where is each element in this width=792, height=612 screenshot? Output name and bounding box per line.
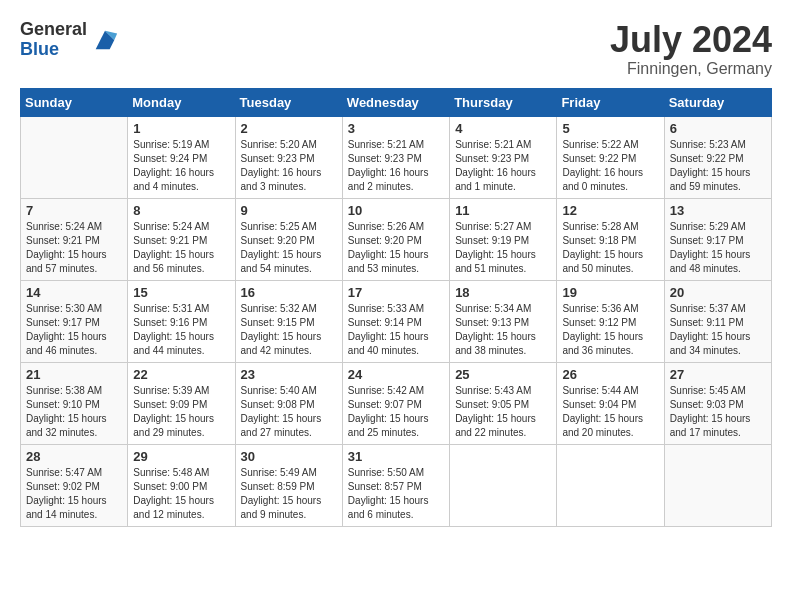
day-info: Sunrise: 5:27 AMSunset: 9:19 PMDaylight:…: [455, 220, 551, 276]
day-number: 15: [133, 285, 229, 300]
day-info: Sunrise: 5:28 AMSunset: 9:18 PMDaylight:…: [562, 220, 658, 276]
calendar-cell: 13Sunrise: 5:29 AMSunset: 9:17 PMDayligh…: [664, 198, 771, 280]
calendar-week-row: 28Sunrise: 5:47 AMSunset: 9:02 PMDayligh…: [21, 444, 772, 526]
day-info: Sunrise: 5:33 AMSunset: 9:14 PMDaylight:…: [348, 302, 444, 358]
calendar-cell: 30Sunrise: 5:49 AMSunset: 8:59 PMDayligh…: [235, 444, 342, 526]
day-info: Sunrise: 5:32 AMSunset: 9:15 PMDaylight:…: [241, 302, 337, 358]
logo: General Blue: [20, 20, 119, 60]
calendar-cell: 21Sunrise: 5:38 AMSunset: 9:10 PMDayligh…: [21, 362, 128, 444]
day-info: Sunrise: 5:22 AMSunset: 9:22 PMDaylight:…: [562, 138, 658, 194]
day-info: Sunrise: 5:21 AMSunset: 9:23 PMDaylight:…: [348, 138, 444, 194]
page-header: General Blue July 2024 Finningen, German…: [20, 20, 772, 78]
day-number: 20: [670, 285, 766, 300]
day-info: Sunrise: 5:50 AMSunset: 8:57 PMDaylight:…: [348, 466, 444, 522]
calendar-table: SundayMondayTuesdayWednesdayThursdayFrid…: [20, 88, 772, 527]
day-info: Sunrise: 5:25 AMSunset: 9:20 PMDaylight:…: [241, 220, 337, 276]
logo-general-text: General: [20, 20, 87, 40]
day-info: Sunrise: 5:38 AMSunset: 9:10 PMDaylight:…: [26, 384, 122, 440]
month-title: July 2024: [610, 20, 772, 60]
weekday-header-row: SundayMondayTuesdayWednesdayThursdayFrid…: [21, 88, 772, 116]
day-number: 9: [241, 203, 337, 218]
day-number: 14: [26, 285, 122, 300]
calendar-cell: 4Sunrise: 5:21 AMSunset: 9:23 PMDaylight…: [450, 116, 557, 198]
calendar-cell: 24Sunrise: 5:42 AMSunset: 9:07 PMDayligh…: [342, 362, 449, 444]
day-info: Sunrise: 5:43 AMSunset: 9:05 PMDaylight:…: [455, 384, 551, 440]
calendar-cell: 18Sunrise: 5:34 AMSunset: 9:13 PMDayligh…: [450, 280, 557, 362]
day-number: 6: [670, 121, 766, 136]
calendar-cell: 26Sunrise: 5:44 AMSunset: 9:04 PMDayligh…: [557, 362, 664, 444]
day-number: 2: [241, 121, 337, 136]
day-info: Sunrise: 5:36 AMSunset: 9:12 PMDaylight:…: [562, 302, 658, 358]
calendar-cell: 16Sunrise: 5:32 AMSunset: 9:15 PMDayligh…: [235, 280, 342, 362]
calendar-cell: 6Sunrise: 5:23 AMSunset: 9:22 PMDaylight…: [664, 116, 771, 198]
day-number: 25: [455, 367, 551, 382]
weekday-header-friday: Friday: [557, 88, 664, 116]
day-info: Sunrise: 5:24 AMSunset: 9:21 PMDaylight:…: [133, 220, 229, 276]
calendar-cell: 22Sunrise: 5:39 AMSunset: 9:09 PMDayligh…: [128, 362, 235, 444]
calendar-cell: 27Sunrise: 5:45 AMSunset: 9:03 PMDayligh…: [664, 362, 771, 444]
calendar-cell: 19Sunrise: 5:36 AMSunset: 9:12 PMDayligh…: [557, 280, 664, 362]
day-number: 7: [26, 203, 122, 218]
day-info: Sunrise: 5:31 AMSunset: 9:16 PMDaylight:…: [133, 302, 229, 358]
day-info: Sunrise: 5:44 AMSunset: 9:04 PMDaylight:…: [562, 384, 658, 440]
day-number: 8: [133, 203, 229, 218]
day-number: 30: [241, 449, 337, 464]
day-info: Sunrise: 5:19 AMSunset: 9:24 PMDaylight:…: [133, 138, 229, 194]
day-number: 27: [670, 367, 766, 382]
weekday-header-monday: Monday: [128, 88, 235, 116]
day-info: Sunrise: 5:23 AMSunset: 9:22 PMDaylight:…: [670, 138, 766, 194]
day-number: 10: [348, 203, 444, 218]
day-number: 28: [26, 449, 122, 464]
day-number: 11: [455, 203, 551, 218]
day-number: 13: [670, 203, 766, 218]
calendar-cell: 17Sunrise: 5:33 AMSunset: 9:14 PMDayligh…: [342, 280, 449, 362]
calendar-week-row: 1Sunrise: 5:19 AMSunset: 9:24 PMDaylight…: [21, 116, 772, 198]
calendar-cell: 29Sunrise: 5:48 AMSunset: 9:00 PMDayligh…: [128, 444, 235, 526]
weekday-header-thursday: Thursday: [450, 88, 557, 116]
day-info: Sunrise: 5:24 AMSunset: 9:21 PMDaylight:…: [26, 220, 122, 276]
day-info: Sunrise: 5:45 AMSunset: 9:03 PMDaylight:…: [670, 384, 766, 440]
day-info: Sunrise: 5:20 AMSunset: 9:23 PMDaylight:…: [241, 138, 337, 194]
day-info: Sunrise: 5:40 AMSunset: 9:08 PMDaylight:…: [241, 384, 337, 440]
day-info: Sunrise: 5:49 AMSunset: 8:59 PMDaylight:…: [241, 466, 337, 522]
weekday-header-saturday: Saturday: [664, 88, 771, 116]
day-info: Sunrise: 5:42 AMSunset: 9:07 PMDaylight:…: [348, 384, 444, 440]
day-number: 4: [455, 121, 551, 136]
calendar-cell: 20Sunrise: 5:37 AMSunset: 9:11 PMDayligh…: [664, 280, 771, 362]
day-info: Sunrise: 5:29 AMSunset: 9:17 PMDaylight:…: [670, 220, 766, 276]
day-number: 3: [348, 121, 444, 136]
day-info: Sunrise: 5:39 AMSunset: 9:09 PMDaylight:…: [133, 384, 229, 440]
day-number: 24: [348, 367, 444, 382]
logo-blue-text: Blue: [20, 40, 87, 60]
calendar-cell: 5Sunrise: 5:22 AMSunset: 9:22 PMDaylight…: [557, 116, 664, 198]
day-number: 22: [133, 367, 229, 382]
calendar-cell: 9Sunrise: 5:25 AMSunset: 9:20 PMDaylight…: [235, 198, 342, 280]
calendar-cell: 12Sunrise: 5:28 AMSunset: 9:18 PMDayligh…: [557, 198, 664, 280]
calendar-cell: 11Sunrise: 5:27 AMSunset: 9:19 PMDayligh…: [450, 198, 557, 280]
weekday-header-wednesday: Wednesday: [342, 88, 449, 116]
day-info: Sunrise: 5:37 AMSunset: 9:11 PMDaylight:…: [670, 302, 766, 358]
calendar-cell: 31Sunrise: 5:50 AMSunset: 8:57 PMDayligh…: [342, 444, 449, 526]
day-number: 12: [562, 203, 658, 218]
day-number: 23: [241, 367, 337, 382]
calendar-cell: 7Sunrise: 5:24 AMSunset: 9:21 PMDaylight…: [21, 198, 128, 280]
day-number: 19: [562, 285, 658, 300]
day-number: 17: [348, 285, 444, 300]
calendar-cell: 28Sunrise: 5:47 AMSunset: 9:02 PMDayligh…: [21, 444, 128, 526]
calendar-cell: [450, 444, 557, 526]
calendar-cell: [21, 116, 128, 198]
day-info: Sunrise: 5:30 AMSunset: 9:17 PMDaylight:…: [26, 302, 122, 358]
logo-icon: [91, 26, 119, 54]
day-number: 21: [26, 367, 122, 382]
calendar-week-row: 14Sunrise: 5:30 AMSunset: 9:17 PMDayligh…: [21, 280, 772, 362]
day-number: 26: [562, 367, 658, 382]
calendar-cell: 23Sunrise: 5:40 AMSunset: 9:08 PMDayligh…: [235, 362, 342, 444]
day-number: 1: [133, 121, 229, 136]
day-number: 31: [348, 449, 444, 464]
day-number: 5: [562, 121, 658, 136]
calendar-cell: [664, 444, 771, 526]
day-info: Sunrise: 5:48 AMSunset: 9:00 PMDaylight:…: [133, 466, 229, 522]
calendar-cell: 3Sunrise: 5:21 AMSunset: 9:23 PMDaylight…: [342, 116, 449, 198]
weekday-header-tuesday: Tuesday: [235, 88, 342, 116]
calendar-cell: 25Sunrise: 5:43 AMSunset: 9:05 PMDayligh…: [450, 362, 557, 444]
